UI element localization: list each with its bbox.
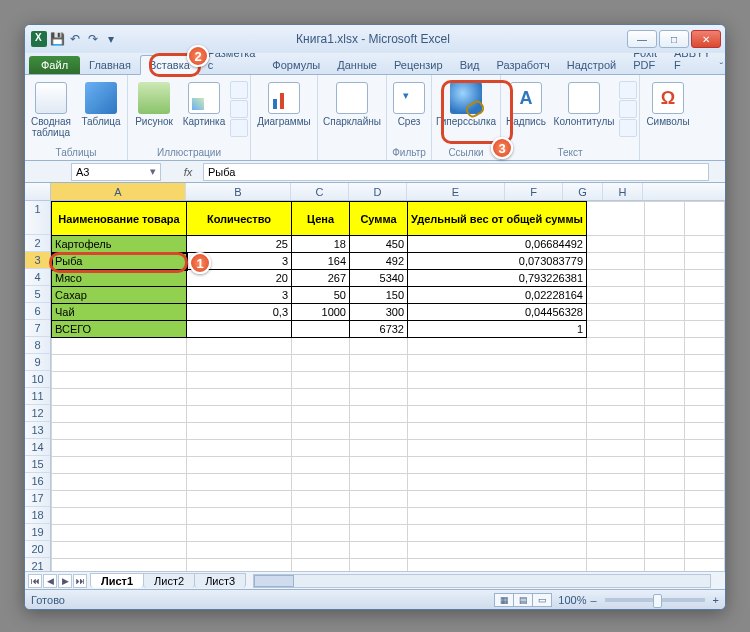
close-button[interactable]: ✕: [691, 30, 721, 48]
cell-weight-6[interactable]: 0,04456328: [408, 304, 587, 321]
header-price[interactable]: Цена: [292, 202, 350, 236]
cells-grid[interactable]: Наименование товараКоличествоЦенаСуммаУд…: [51, 201, 725, 571]
cell-weight-2[interactable]: 0,06684492: [408, 236, 587, 253]
zoom-slider[interactable]: [605, 598, 705, 602]
header-footer-button[interactable]: Колонтитулы: [551, 79, 617, 130]
cell-price-3[interactable]: 164: [292, 253, 350, 270]
symbols-button[interactable]: Ω Символы: [642, 79, 694, 130]
row-header-9[interactable]: 9: [25, 354, 50, 371]
cell-total-weight[interactable]: 1: [408, 321, 587, 338]
row-header-4[interactable]: 4: [25, 269, 50, 286]
scrollbar-thumb[interactable]: [254, 575, 294, 587]
cell-weight-4[interactable]: 0,793226381: [408, 270, 587, 287]
row-header-17[interactable]: 17: [25, 490, 50, 507]
picture-button[interactable]: Рисунок: [130, 79, 178, 130]
row-header-18[interactable]: 18: [25, 507, 50, 524]
cell-sum-3[interactable]: 492: [350, 253, 408, 270]
name-box[interactable]: A3▾: [71, 163, 161, 181]
tab-addins[interactable]: Надстрой: [559, 56, 624, 74]
col-header-G[interactable]: G: [563, 183, 603, 200]
cell-total-sum[interactable]: 6732: [350, 321, 408, 338]
sheet-nav-last-icon[interactable]: ⏭: [73, 574, 87, 588]
formula-input[interactable]: Рыба: [203, 163, 709, 181]
minimize-button[interactable]: —: [627, 30, 657, 48]
ribbon-minimize-icon[interactable]: ˇ: [720, 61, 724, 74]
header-sum[interactable]: Сумма: [350, 202, 408, 236]
tab-review[interactable]: Рецензир: [386, 56, 451, 74]
qat-redo-icon[interactable]: ↷: [85, 31, 101, 47]
row-header-19[interactable]: 19: [25, 524, 50, 541]
col-header-A[interactable]: A: [51, 183, 186, 200]
cell-sum-5[interactable]: 150: [350, 287, 408, 304]
row-header-3[interactable]: 3: [25, 252, 50, 269]
sheet-tab-2[interactable]: Лист2: [143, 573, 195, 588]
table-button[interactable]: Таблица: [77, 79, 125, 130]
cell-price-2[interactable]: 18: [292, 236, 350, 253]
sheet-nav-first-icon[interactable]: ⏮: [28, 574, 42, 588]
header-qty[interactable]: Количество: [187, 202, 292, 236]
hyperlink-button[interactable]: Гиперссылка: [434, 79, 498, 130]
tab-view[interactable]: Вид: [452, 56, 488, 74]
cell-price-4[interactable]: 267: [292, 270, 350, 287]
row-header-2[interactable]: 2: [25, 235, 50, 252]
cell-price-6[interactable]: 1000: [292, 304, 350, 321]
row-header-12[interactable]: 12: [25, 405, 50, 422]
horizontal-scrollbar[interactable]: [253, 574, 711, 588]
cell-qty-6[interactable]: 0,3: [187, 304, 292, 321]
row-header-8[interactable]: 8: [25, 337, 50, 354]
smartart-icon[interactable]: [230, 100, 248, 118]
cell-name-5[interactable]: Сахар: [52, 287, 187, 304]
cell-name-3[interactable]: Рыба: [52, 253, 187, 270]
header-name[interactable]: Наименование товара: [52, 202, 187, 236]
row-header-7[interactable]: 7: [25, 320, 50, 337]
cell-sum-6[interactable]: 300: [350, 304, 408, 321]
col-header-B[interactable]: B: [186, 183, 291, 200]
tab-home[interactable]: Главная: [81, 56, 139, 74]
signature-icon[interactable]: [619, 100, 637, 118]
cell-name-2[interactable]: Картофель: [52, 236, 187, 253]
pivot-table-button[interactable]: Сводная таблица: [27, 79, 75, 141]
sheet-tab-1[interactable]: Лист1: [90, 573, 144, 588]
tab-formulas[interactable]: Формулы: [264, 56, 328, 74]
row-header-15[interactable]: 15: [25, 456, 50, 473]
clipart-button[interactable]: Картинка: [180, 79, 228, 130]
cell-total-label[interactable]: ВСЕГО: [52, 321, 187, 338]
tab-data[interactable]: Данные: [329, 56, 385, 74]
row-header-20[interactable]: 20: [25, 541, 50, 558]
cell-weight-3[interactable]: 0,073083779: [408, 253, 587, 270]
cell-name-6[interactable]: Чай: [52, 304, 187, 321]
row-header-14[interactable]: 14: [25, 439, 50, 456]
textbox-button[interactable]: A Надпись: [503, 79, 549, 130]
qat-dropdown-icon[interactable]: ▾: [103, 31, 119, 47]
col-header-C[interactable]: C: [291, 183, 349, 200]
qat-save-icon[interactable]: 💾: [49, 31, 65, 47]
row-header-13[interactable]: 13: [25, 422, 50, 439]
sheet-tab-3[interactable]: Лист3: [194, 573, 246, 588]
view-layout-icon[interactable]: ▤: [513, 593, 533, 607]
col-header-D[interactable]: D: [349, 183, 407, 200]
fx-label[interactable]: fx: [173, 166, 203, 178]
shapes-icon[interactable]: [230, 81, 248, 99]
tab-file[interactable]: Файл: [29, 56, 80, 74]
sheet-nav-next-icon[interactable]: ▶: [58, 574, 72, 588]
cell-name-4[interactable]: Мясо: [52, 270, 187, 287]
row-header-5[interactable]: 5: [25, 286, 50, 303]
cell-sum-4[interactable]: 5340: [350, 270, 408, 287]
row-header-10[interactable]: 10: [25, 371, 50, 388]
header-weight[interactable]: Удельный вес от общей суммы: [408, 202, 587, 236]
cell-qty-2[interactable]: 25: [187, 236, 292, 253]
name-box-dropdown-icon[interactable]: ▾: [150, 165, 156, 178]
row-header-16[interactable]: 16: [25, 473, 50, 490]
maximize-button[interactable]: □: [659, 30, 689, 48]
view-pagebreak-icon[interactable]: ▭: [532, 593, 552, 607]
col-header-H[interactable]: H: [603, 183, 643, 200]
charts-button[interactable]: Диаграммы: [253, 79, 315, 130]
cell-weight-5[interactable]: 0,02228164: [408, 287, 587, 304]
select-all-corner[interactable]: [25, 183, 51, 200]
slicer-button[interactable]: Срез: [389, 79, 429, 130]
sparklines-button[interactable]: Спарклайны: [320, 79, 384, 130]
row-header-6[interactable]: 6: [25, 303, 50, 320]
screenshot-icon[interactable]: [230, 119, 248, 137]
wordart-icon[interactable]: [619, 81, 637, 99]
zoom-in-button[interactable]: +: [713, 594, 719, 606]
